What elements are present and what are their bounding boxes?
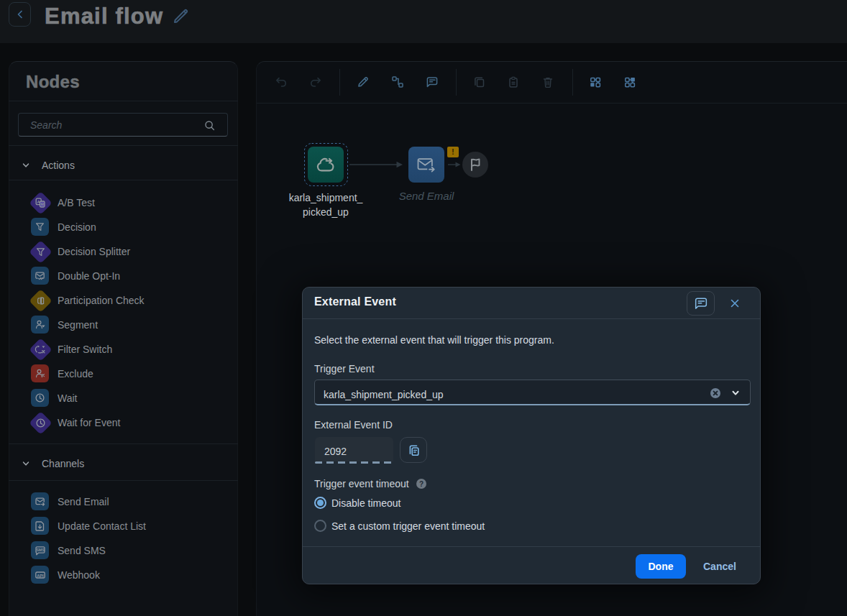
svg-text:?: ? (419, 480, 424, 488)
svg-text:SMS: SMS (36, 548, 45, 552)
svg-text:B: B (41, 202, 45, 206)
svg-text:API: API (37, 573, 44, 577)
